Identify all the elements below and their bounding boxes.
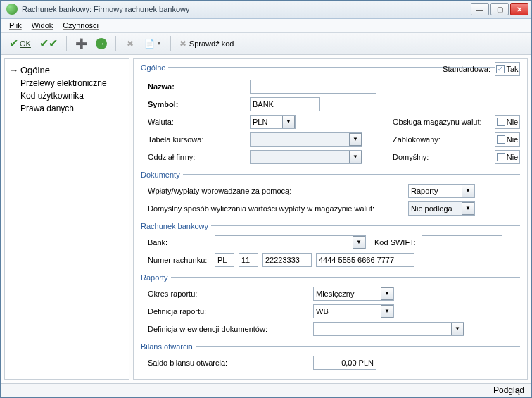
chevron-down-icon: ▼	[381, 287, 393, 300]
report-def-label: Definicja raportu:	[141, 307, 313, 316]
toolbar-separator	[170, 36, 171, 51]
legend-reports: Raporty	[141, 273, 171, 282]
name-label: Nazwa:	[141, 82, 250, 91]
default-checkbox[interactable]: Nie	[495, 150, 520, 164]
chevron-down-icon: ▼	[462, 202, 474, 215]
default-calc-label: Domyślny sposób wyliczania wartości wypł…	[141, 204, 408, 213]
window-title: Rachunek bankowy: Firmowy rachunek banko…	[22, 5, 471, 13]
toolbar-separator	[66, 36, 67, 51]
checkmark-icon: ✓	[496, 65, 505, 73]
arrow-right-icon: →	[96, 38, 107, 49]
opening-balance-input[interactable]	[313, 356, 376, 370]
deposit-method-select[interactable]: Raporty▼	[408, 184, 475, 198]
doc-def-select[interactable]: ▼	[313, 322, 464, 336]
chevron-down-icon: ▼	[462, 185, 474, 197]
period-select[interactable]: Miesięczny▼	[313, 287, 394, 301]
tools-icon: ✖	[127, 39, 134, 49]
chevron-down-icon: ▼	[353, 236, 365, 249]
opening-balance-label: Saldo bilansu otwarcia:	[141, 359, 313, 367]
warehouse-label: Obsługa magazynu walut:	[393, 118, 495, 126]
standard-checkbox[interactable]: ✓Tak	[495, 62, 520, 76]
doc-def-label: Definicja w ewidencji dokumentów:	[141, 325, 313, 333]
ok-all-button[interactable]: ✔✔	[37, 35, 61, 52]
menu-view[interactable]: Widok	[32, 21, 53, 30]
check-icon: ✔	[9, 37, 18, 50]
swift-label: Kod SWIFT:	[374, 238, 416, 247]
chevron-down-icon: ▼	[282, 116, 295, 128]
close-button[interactable]: ✕	[510, 3, 528, 15]
chevron-down-icon: ▼	[156, 40, 162, 46]
chevron-down-icon: ▼	[349, 133, 362, 146]
default-label: Domyślny:	[393, 153, 495, 161]
statusbar: Podgląd	[1, 383, 531, 397]
legend-documents: Dokumenty	[141, 170, 183, 179]
chk-input[interactable]	[239, 253, 258, 267]
branch-label: Oddział firmy:	[141, 153, 250, 161]
symbol-input[interactable]	[250, 97, 320, 111]
chevron-down-icon: ▼	[381, 305, 393, 318]
print-icon: 📄	[144, 39, 155, 49]
sidebar: Ogólne Przelewy elektroniczne Kod użytko…	[4, 58, 129, 380]
app-window: Rachunek bankowy: Firmowy rachunek banko…	[0, 0, 532, 398]
check-code-button[interactable]: ✖Sprawdź kod	[177, 35, 237, 52]
name-input[interactable]	[250, 80, 376, 94]
double-check-icon: ✔✔	[39, 37, 58, 50]
x-icon: ✖	[179, 39, 186, 49]
menubar: Plik Widok Czynności	[1, 19, 531, 33]
currency-select[interactable]: PLN▼	[250, 115, 296, 129]
legend-bank: Rachunek bankowy	[141, 222, 211, 230]
group-general: Ogólne Standardowa: ✓Tak Nazwa: Symbol: …	[141, 63, 520, 166]
print-button[interactable]: 📄▼	[141, 35, 165, 52]
default-calc-select[interactable]: Nie podlega▼	[408, 201, 475, 216]
rate-table-select[interactable]: ▼	[250, 132, 362, 147]
toolbar: ✔OK ✔✔ ➕ → ✖ 📄▼ ✖Sprawdź kod	[1, 33, 531, 55]
rate-table-label: Tabela kursowa:	[141, 135, 250, 144]
blocked-checkbox[interactable]: Nie	[495, 132, 520, 147]
account-number-label: Numer rachunku:	[141, 256, 215, 264]
menu-file[interactable]: Plik	[9, 21, 22, 30]
sidebar-item-rights[interactable]: Prawa danych	[8, 102, 126, 115]
ok-button[interactable]: ✔OK	[6, 35, 34, 52]
group-bank-account: Rachunek bankowy Bank: ▼ Kod SWIFT: Nume…	[141, 222, 520, 269]
currency-label: Waluta:	[141, 118, 250, 126]
bank-label: Bank:	[141, 238, 215, 247]
period-label: Okres raportu:	[141, 290, 313, 298]
group-documents: Dokumenty Wpłaty/wypłaty wprowadzane za …	[141, 170, 520, 218]
legend-opening: Bilans otwarcia	[141, 342, 196, 351]
chevron-down-icon: ▼	[451, 323, 464, 335]
symbol-label: Symbol:	[141, 100, 250, 108]
add-button[interactable]: ➕	[72, 35, 90, 52]
swift-input[interactable]	[422, 235, 502, 249]
toolbar-separator	[115, 36, 116, 51]
maximize-button[interactable]: ▢	[490, 3, 509, 15]
sidebar-item-general[interactable]: Ogólne	[8, 63, 126, 77]
acct-input[interactable]	[316, 253, 414, 267]
bank-select[interactable]: ▼	[215, 235, 366, 249]
standard-label: Standardowa:	[443, 65, 490, 73]
deposit-method-label: Wpłaty/wypłaty wprowadzane za pomocą:	[141, 187, 408, 195]
chevron-down-icon: ▼	[349, 151, 362, 163]
route-input[interactable]	[262, 253, 312, 267]
app-icon	[6, 4, 18, 15]
sidebar-item-usercode[interactable]: Kod użytkownika	[8, 89, 126, 102]
report-def-select[interactable]: WB▼	[313, 304, 394, 318]
blocked-label: Zablokowany:	[393, 135, 495, 144]
cc-input[interactable]	[215, 253, 234, 267]
minimize-button[interactable]: —	[471, 3, 489, 15]
main-panel: Ogólne Standardowa: ✓Tak Nazwa: Symbol: …	[133, 58, 528, 380]
next-button[interactable]: →	[93, 35, 110, 52]
sidebar-item-transfers[interactable]: Przelewy elektroniczne	[8, 77, 126, 89]
plus-icon: ➕	[75, 38, 87, 49]
menu-actions[interactable]: Czynności	[63, 21, 99, 30]
branch-select[interactable]: ▼	[250, 150, 362, 164]
group-reports: Raporty Okres raportu: Miesięczny▼ Defin…	[141, 273, 520, 338]
legend-general: Ogólne	[141, 63, 165, 72]
tools-button[interactable]: ✖	[122, 35, 139, 52]
group-opening-balance: Bilans otwarcia Saldo bilansu otwarcia:	[141, 342, 520, 372]
titlebar: Rachunek bankowy: Firmowy rachunek banko…	[1, 1, 531, 19]
status-preview: Podgląd	[493, 385, 524, 395]
warehouse-checkbox[interactable]: Nie	[495, 115, 520, 129]
